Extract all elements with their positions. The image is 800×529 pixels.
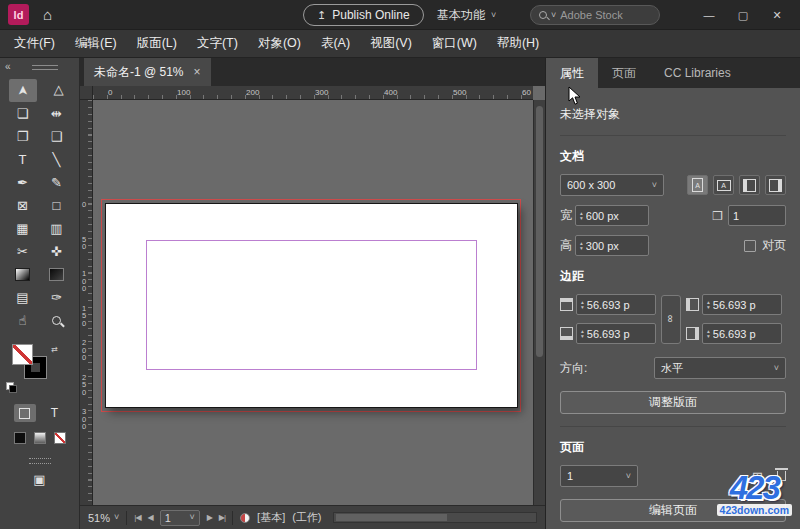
menu-item[interactable]: 文字(T) xyxy=(187,30,248,58)
menu-item[interactable]: 版面(L) xyxy=(127,30,187,58)
menu-item[interactable]: 窗口(W) xyxy=(422,30,487,58)
menu-item[interactable]: 视图(V) xyxy=(360,30,422,58)
menu-item[interactable]: 帮助(H) xyxy=(487,30,549,58)
preflight-indicator[interactable] xyxy=(240,513,250,523)
horizontal-scrollbar-thumb[interactable] xyxy=(336,514,447,521)
tool-eyedropper[interactable]: ✑ xyxy=(43,286,71,309)
default-fill-stroke-icon[interactable] xyxy=(6,382,18,394)
tool-page[interactable]: ❏ xyxy=(9,102,37,125)
margin-bottom-field[interactable]: ▴▾ 56.693 p xyxy=(576,323,656,344)
orientation-portrait-button[interactable]: A xyxy=(687,175,708,195)
menu-item[interactable]: 表(A) xyxy=(311,30,360,58)
indesign-logo[interactable]: Id xyxy=(8,4,29,25)
stepper-icon[interactable]: ▴▾ xyxy=(581,300,584,309)
tool-gradient-swatch[interactable] xyxy=(9,263,37,286)
height-field[interactable]: ▴▾ 300 px xyxy=(575,235,649,256)
prev-page-button[interactable]: ◀ xyxy=(148,513,153,522)
page-number-dropdown[interactable]: 1 ˅ xyxy=(160,510,200,526)
apply-none-button[interactable] xyxy=(52,430,68,446)
panel-grip[interactable] xyxy=(32,65,58,70)
ruler-vertical[interactable]: 050100150200250300 xyxy=(80,100,93,505)
tool-direct-selection[interactable]: ▷ xyxy=(43,79,71,102)
swap-fill-stroke-icon[interactable]: ⇄ xyxy=(51,345,58,354)
minimize-button[interactable]: — xyxy=(692,9,726,21)
apply-color-button[interactable] xyxy=(12,430,28,446)
ruler-origin[interactable] xyxy=(80,86,93,100)
pen-icon: ✒ xyxy=(17,175,28,190)
menu-item[interactable]: 文件(F) xyxy=(4,30,65,58)
tool-vertical-grid[interactable]: ▥ xyxy=(43,217,71,240)
formatting-affects-text-button[interactable]: T xyxy=(44,404,66,422)
tool-free-transform[interactable]: ✜ xyxy=(43,240,71,263)
page-count-field[interactable]: 1 xyxy=(728,205,786,226)
tool-content-collector[interactable]: ❐ xyxy=(9,125,37,148)
workspace-switcher[interactable]: 基本功能 ˅ xyxy=(437,0,496,30)
margin-top-field[interactable]: ▴▾ 56.693 p xyxy=(576,294,656,315)
tool-selection[interactable]: ➤ xyxy=(9,79,37,102)
tool-rectangle[interactable]: □ xyxy=(43,194,71,217)
stepper-icon[interactable]: ▴▾ xyxy=(581,329,584,338)
maximize-button[interactable]: ▢ xyxy=(726,9,760,22)
tool-pen[interactable]: ✒ xyxy=(9,171,37,194)
zoom-level-dropdown[interactable]: 51% ˅ xyxy=(88,512,119,524)
tab-cc-libraries[interactable]: CC Libraries xyxy=(650,58,745,88)
tool-scissors[interactable]: ✂ xyxy=(9,240,37,263)
link-margins-button[interactable]: ∞ xyxy=(661,295,681,344)
tool-type[interactable]: T xyxy=(9,148,37,171)
vertical-scrollbar[interactable] xyxy=(533,100,545,505)
divider xyxy=(232,511,233,525)
tool-content-placer[interactable]: ❑ xyxy=(43,125,71,148)
screen-mode-button[interactable]: ▣ xyxy=(28,472,52,487)
collapse-panel-icon[interactable]: « xyxy=(5,61,11,72)
page-size-dropdown[interactable]: 600 x 300 ˅ xyxy=(560,174,664,196)
tab-properties[interactable]: 属性 xyxy=(546,58,598,88)
tool-line[interactable]: ╲ xyxy=(43,148,71,171)
apply-gradient-button[interactable] xyxy=(32,430,48,446)
first-page-button[interactable]: |◀ xyxy=(134,513,140,522)
stepper-icon[interactable]: ▴▾ xyxy=(580,211,583,220)
menu-item[interactable]: 对象(O) xyxy=(248,30,311,58)
width-field[interactable]: ▴▾ 600 px xyxy=(575,205,649,226)
current-page-dropdown[interactable]: 1 ˅ xyxy=(560,465,638,487)
tab-pages[interactable]: 页面 xyxy=(598,58,650,88)
tool-gradient-feather[interactable] xyxy=(43,263,71,286)
tool-zoom[interactable] xyxy=(43,309,71,332)
margin-right-icon xyxy=(686,327,699,340)
formatting-affects-container-button[interactable] xyxy=(14,404,36,422)
toolbar-grip[interactable] xyxy=(29,458,51,464)
adobe-stock-search[interactable]: ˅ Adobe Stock xyxy=(530,5,660,25)
canvas[interactable] xyxy=(93,100,533,505)
ruler-tick-h: 500 xyxy=(453,88,466,97)
home-icon[interactable]: ⌂ xyxy=(43,6,52,23)
next-page-button[interactable]: ▶ xyxy=(207,513,212,522)
tab-close-icon[interactable]: × xyxy=(194,65,201,79)
direction-dropdown[interactable]: 水平 ˅ xyxy=(654,357,786,379)
tool-hand[interactable]: ☝ xyxy=(9,309,37,332)
fill-swatch-none[interactable] xyxy=(12,344,33,365)
tool-pencil[interactable]: ✎ xyxy=(43,171,71,194)
preflight-profile[interactable]: [基本] xyxy=(257,510,285,525)
close-button[interactable]: ✕ xyxy=(760,9,794,22)
page[interactable] xyxy=(105,203,518,408)
binding-rtl-button[interactable] xyxy=(765,175,786,195)
tool-rectangle-frame[interactable]: ⊠ xyxy=(9,194,37,217)
stepper-icon[interactable]: ▴▾ xyxy=(707,300,710,309)
horizontal-scrollbar[interactable] xyxy=(333,512,537,523)
orientation-landscape-button[interactable]: A xyxy=(713,175,734,195)
adjust-layout-button[interactable]: 调整版面 xyxy=(560,391,786,414)
vertical-scrollbar-thumb[interactable] xyxy=(536,106,543,357)
last-page-button[interactable]: ▶| xyxy=(219,513,225,522)
document-tab[interactable]: 未命名-1 @ 51% × xyxy=(84,58,211,86)
stepper-icon[interactable]: ▴▾ xyxy=(707,329,710,338)
stepper-icon[interactable]: ▴▾ xyxy=(580,241,583,250)
margin-right-field[interactable]: ▴▾ 56.693 p xyxy=(702,323,782,344)
facing-pages-checkbox[interactable] xyxy=(744,240,756,252)
menu-item[interactable]: 编辑(E) xyxy=(65,30,127,58)
tool-gap[interactable]: ⇹ xyxy=(43,102,71,125)
tool-horizontal-grid[interactable]: ▦ xyxy=(9,217,37,240)
ruler-horizontal[interactable]: 010020030040050060 xyxy=(93,86,533,100)
publish-online-button[interactable]: ↥ Publish Online xyxy=(303,4,424,26)
margin-left-field[interactable]: ▴▾ 56.693 p xyxy=(702,294,782,315)
tool-note[interactable]: ▤ xyxy=(9,286,37,309)
binding-ltr-button[interactable] xyxy=(739,175,760,195)
